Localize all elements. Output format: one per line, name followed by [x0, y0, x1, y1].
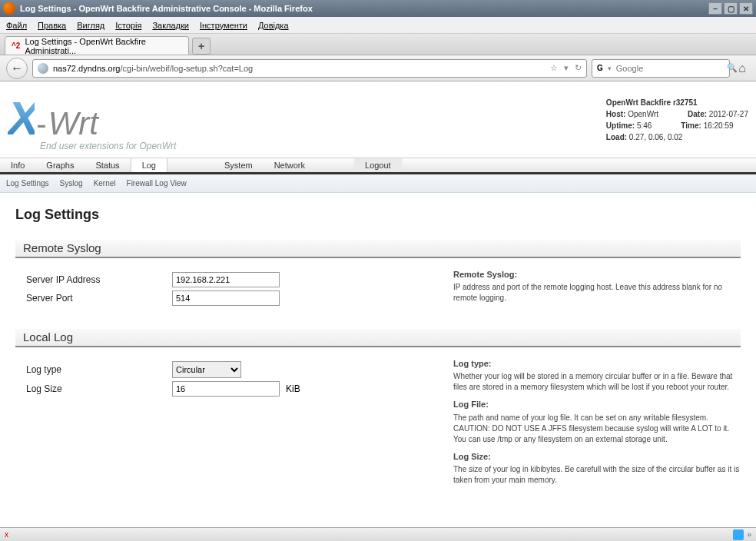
menu-bookmarks[interactable]: Закладки	[152, 21, 189, 30]
window-title: Log Settings - OpenWrt Backfire Administ…	[20, 4, 313, 13]
log-size-input[interactable]	[172, 381, 280, 397]
nav-system[interactable]: System	[214, 158, 264, 172]
url-path: /cgi-bin/webif/log-setup.sh?cat=Log	[120, 64, 253, 73]
system-info: OpenWrt Backfire r32751 Host: OpenWrt Da…	[606, 91, 748, 151]
page-viewport: X - Wrt End user extensions for OpenWrt …	[0, 81, 756, 527]
bookmark-star-icon[interactable]: ☆	[550, 63, 558, 73]
sysinfo-title: OpenWrt Backfire r32751	[606, 97, 748, 108]
page-title: Log Settings	[15, 207, 741, 223]
local-help-type-body: Whether your log will be stored in a mem…	[453, 371, 741, 393]
remote-help-body: IP address and port of the remote loggin…	[453, 282, 741, 304]
dropdown-icon[interactable]: ▾	[564, 63, 569, 73]
section-remote-heading: Remote Syslog	[15, 240, 741, 258]
new-tab-button[interactable]: +	[192, 38, 211, 55]
firefox-icon	[3, 2, 15, 15]
logo-x: X	[8, 91, 35, 145]
logo-tagline: End user extensions for OpenWrt	[40, 141, 176, 151]
logo-dash: -	[36, 107, 46, 141]
window-titlebar: Log Settings - OpenWrt Backfire Administ…	[0, 0, 756, 17]
close-button[interactable]: ✕	[739, 2, 753, 15]
nav-log[interactable]: Log	[131, 158, 167, 172]
statusbar-chevron-icon[interactable]: »	[747, 530, 751, 539]
maximize-button[interactable]: ▢	[724, 2, 738, 15]
tab-strip: ^2 Log Settings - OpenWrt Backfire Admin…	[0, 34, 756, 55]
search-input[interactable]	[616, 64, 722, 73]
nav-network[interactable]: Network	[264, 158, 316, 172]
remote-ip-label: Server IP Address	[26, 274, 172, 285]
local-help-file-body: The path and name of your log file. It c…	[453, 413, 741, 445]
sub-nav: Log Settings Syslog Kernel Firewall Log …	[0, 174, 756, 193]
log-type-label: Log type	[26, 364, 172, 375]
menu-history[interactable]: Історія	[115, 21, 141, 30]
home-button[interactable]: ⌂	[734, 61, 750, 76]
remote-help-title: Remote Syslog:	[453, 269, 741, 280]
nav-info[interactable]: Info	[0, 158, 35, 172]
subnav-kernel[interactable]: Kernel	[94, 179, 116, 188]
nav-graphs[interactable]: Graphs	[35, 158, 85, 172]
statusbar-extension-icon[interactable]	[733, 529, 744, 540]
remote-ip-input[interactable]	[172, 272, 280, 287]
browser-tab[interactable]: ^2 Log Settings - OpenWrt Backfire Admin…	[5, 36, 189, 55]
status-bar: x »	[0, 527, 756, 541]
menu-tools[interactable]: Інструменти	[200, 21, 247, 30]
remote-port-input[interactable]	[172, 290, 280, 306]
main-nav: Info Graphs Status Log System Network Lo…	[0, 158, 756, 174]
minimize-button[interactable]: –	[708, 2, 722, 15]
google-icon	[597, 63, 603, 74]
subnav-syslog[interactable]: Syslog	[60, 179, 83, 188]
globe-icon	[38, 63, 48, 74]
local-help-size-title: Log Size:	[453, 451, 741, 463]
url-bar[interactable]: nas72.dyndns.org/cgi-bin/webif/log-setup…	[32, 59, 587, 78]
back-button[interactable]: ←	[6, 58, 28, 79]
tab-badge: ^2	[12, 41, 20, 50]
subnav-logsettings[interactable]: Log Settings	[6, 179, 49, 188]
nav-logout[interactable]: Logout	[354, 158, 402, 172]
local-help-size-body: The size of your log in kibibytes. Be ca…	[453, 464, 741, 486]
log-size-label: Log Size	[26, 383, 172, 394]
log-type-select[interactable]: Circular	[172, 361, 241, 378]
reload-icon[interactable]: ↻	[575, 63, 582, 73]
menu-view[interactable]: Вигляд	[77, 21, 104, 30]
url-host: nas72.dyndns.org	[53, 64, 120, 73]
log-size-unit: KiB	[286, 383, 300, 394]
logo-wrt: Wrt	[48, 105, 98, 142]
search-bar[interactable]: ▾ 🔍	[592, 59, 730, 78]
remote-port-label: Server Port	[26, 293, 172, 304]
nav-status[interactable]: Status	[85, 158, 130, 172]
statusbar-x[interactable]: x	[5, 530, 8, 539]
tab-title: Log Settings - OpenWrt Backfire Administ…	[25, 37, 182, 55]
browser-menubar: Файл Правка Вигляд Історія Закладки Інст…	[0, 17, 756, 34]
menu-file[interactable]: Файл	[6, 21, 27, 30]
section-local-heading: Local Log	[15, 329, 741, 347]
local-help-type-title: Log type:	[453, 358, 741, 370]
xwrt-logo: X - Wrt End user extensions for OpenWrt	[8, 91, 176, 151]
menu-edit[interactable]: Правка	[38, 21, 66, 30]
menu-help[interactable]: Довідка	[258, 21, 289, 30]
subnav-firewall[interactable]: Firewall Log View	[127, 179, 187, 188]
local-help-file-title: Log File:	[453, 399, 741, 410]
search-dropdown-icon[interactable]: ▾	[608, 65, 612, 72]
navbar: ← nas72.dyndns.org/cgi-bin/webif/log-set…	[0, 55, 756, 81]
